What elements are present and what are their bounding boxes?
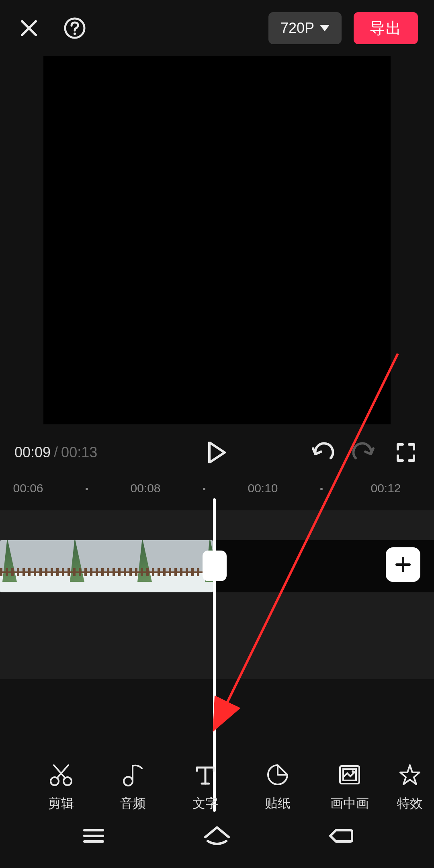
fullscreen-icon bbox=[396, 443, 416, 462]
nav-back-button[interactable] bbox=[322, 818, 358, 854]
ruler-tick: 00:10 bbox=[248, 481, 278, 495]
redo-button[interactable] bbox=[350, 439, 378, 466]
ruler-tick: 00:06 bbox=[13, 481, 43, 495]
star-icon bbox=[398, 763, 422, 787]
playhead-handle[interactable] bbox=[203, 551, 227, 581]
system-navbar bbox=[0, 804, 434, 868]
ruler-dot bbox=[86, 488, 88, 490]
total-time: 00:13 bbox=[61, 444, 97, 461]
redo-icon bbox=[352, 442, 376, 463]
timeline-ruler[interactable]: 00:06 00:08 00:10 00:12 bbox=[0, 478, 434, 506]
picture-in-picture-icon bbox=[338, 763, 362, 787]
close-icon bbox=[19, 18, 39, 38]
nav-home-button[interactable] bbox=[199, 818, 235, 854]
clip-thumbnail bbox=[0, 540, 68, 592]
undo-button[interactable] bbox=[309, 439, 336, 466]
clip-thumbnail bbox=[68, 540, 135, 592]
ruler-tick: 00:08 bbox=[130, 481, 160, 495]
resolution-dropdown[interactable]: 720P bbox=[268, 12, 342, 44]
export-label: 导出 bbox=[370, 18, 402, 39]
playback-controls: 00:09 / 00:13 bbox=[0, 432, 434, 473]
home-icon bbox=[203, 825, 231, 847]
close-button[interactable] bbox=[16, 15, 42, 41]
ruler-dot bbox=[320, 488, 323, 490]
ruler-dot bbox=[203, 488, 205, 490]
chevron-down-icon bbox=[320, 25, 330, 31]
menu-icon bbox=[82, 827, 105, 845]
play-icon bbox=[208, 442, 226, 463]
add-clip-button[interactable] bbox=[386, 547, 420, 582]
help-icon bbox=[63, 17, 86, 39]
export-button[interactable]: 导出 bbox=[354, 12, 418, 44]
top-bar: 720P 导出 bbox=[0, 0, 434, 56]
timeline-track-area[interactable] bbox=[0, 510, 434, 679]
video-clip[interactable] bbox=[0, 540, 213, 592]
svg-point-4 bbox=[124, 777, 133, 786]
back-icon bbox=[327, 826, 354, 845]
nav-recent-button[interactable] bbox=[76, 818, 112, 854]
help-button[interactable] bbox=[62, 15, 88, 41]
time-separator: / bbox=[54, 444, 58, 461]
clip-thumbnail bbox=[135, 540, 203, 592]
scissors-icon bbox=[49, 763, 73, 787]
plus-icon bbox=[394, 556, 412, 573]
resolution-label: 720P bbox=[280, 20, 314, 37]
svg-point-1 bbox=[74, 33, 76, 35]
fullscreen-button[interactable] bbox=[392, 439, 420, 466]
svg-point-7 bbox=[352, 770, 354, 773]
ruler-tick: 00:12 bbox=[371, 481, 401, 495]
sticker-icon bbox=[266, 763, 290, 787]
text-t-icon bbox=[193, 763, 217, 787]
video-preview[interactable] bbox=[43, 56, 391, 424]
play-button[interactable] bbox=[203, 438, 231, 467]
undo-icon bbox=[311, 442, 334, 463]
music-note-icon bbox=[121, 763, 145, 787]
current-time: 00:09 bbox=[14, 444, 51, 461]
